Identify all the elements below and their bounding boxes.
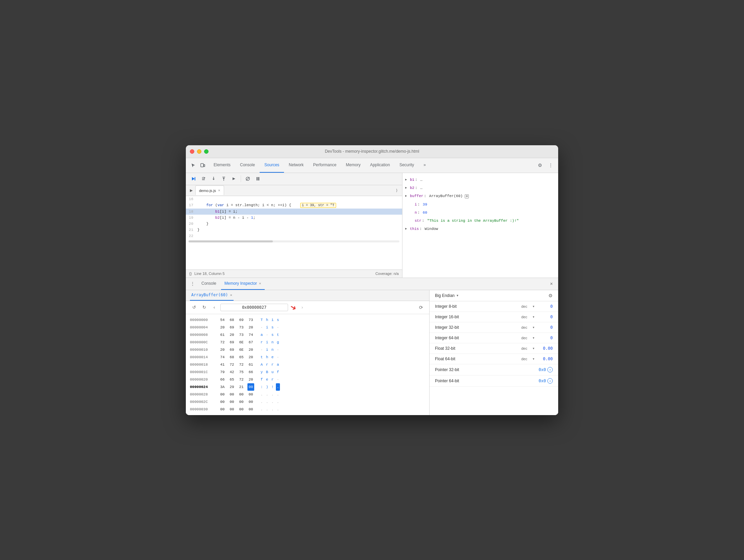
top-section: ▶ demo-js.js × ⟩ 16 xyxy=(186,173,558,278)
tab-console-bottom[interactable]: Console xyxy=(198,278,220,290)
scope-i[interactable]: i : 39 xyxy=(402,200,558,209)
array-buffer-label[interactable]: ArrayBuffer(60) × xyxy=(190,290,234,301)
hex-history-back-btn[interactable]: ↺ xyxy=(190,303,198,311)
inspector-ptr32: Pointer 32-bit 0x0 → xyxy=(430,364,558,375)
scope-buffer[interactable]: ▶ buffer : ArrayBuffer(60) ⊞ xyxy=(402,192,558,200)
tab-console[interactable]: Console xyxy=(235,158,260,173)
array-buffer-close-icon[interactable]: × xyxy=(230,293,232,297)
float32-format[interactable]: dec xyxy=(521,346,531,350)
bottom-section: ⋮ Console Memory Inspector × × xyxy=(186,278,558,415)
int8-label: Integer 8-bit xyxy=(435,304,521,309)
pause-exception-btn[interactable] xyxy=(253,174,263,184)
int8-dropdown-icon[interactable]: ▾ xyxy=(533,305,534,308)
int8-value: 0 xyxy=(536,304,553,309)
hex-prev-btn[interactable]: ‹ xyxy=(210,303,218,311)
ptr64-link-icon[interactable]: → xyxy=(547,378,553,384)
scope-b1[interactable]: ▶ b1 : … xyxy=(402,176,558,184)
inspector-settings-icon[interactable]: ⚙ xyxy=(548,293,553,298)
cursor-icon[interactable] xyxy=(189,160,198,170)
tab-memory-inspector[interactable]: Memory Inspector × xyxy=(221,278,264,290)
settings-icon[interactable]: ⚙ xyxy=(535,160,545,170)
float64-label: Float 64-bit xyxy=(435,357,521,361)
hex-history-forward-btn[interactable]: ↻ xyxy=(200,303,208,311)
hex-next-btn[interactable]: › xyxy=(298,303,306,311)
float32-label: Float 32-bit xyxy=(435,346,521,351)
scope-n[interactable]: n : 60 xyxy=(402,209,558,217)
editor-tab-demo-js[interactable]: demo-js.js × xyxy=(195,186,224,195)
step-into-btn[interactable] xyxy=(209,174,218,184)
int8-format[interactable]: dec xyxy=(521,304,531,308)
tab-performance[interactable]: Performance xyxy=(308,158,341,173)
editor-panel: ▶ demo-js.js × ⟩ 16 xyxy=(186,173,402,278)
window-title: DevTools - memory-inspector.glitch.me/de… xyxy=(325,149,419,154)
float32-value: 0.00 xyxy=(536,346,553,351)
endian-selector[interactable]: Big Endian ▾ xyxy=(435,293,460,298)
sidebar-toggle-icon[interactable]: ▶ xyxy=(187,186,195,194)
inspector-int8: Integer 8-bit dec ▾ 0 xyxy=(430,301,558,312)
int64-format[interactable]: dec xyxy=(521,336,531,340)
ptr64-value[interactable]: 0x0 → xyxy=(539,378,553,384)
hex-row-0: 00000000 54 68 69 73 T h xyxy=(186,316,429,324)
hex-panel: ArrayBuffer(60) × ↺ ↻ ‹ ➜ › ⟳ xyxy=(186,290,430,415)
scope-b2[interactable]: ▶ b2 : … xyxy=(402,184,558,192)
resume-btn[interactable] xyxy=(189,174,198,184)
int16-label: Integer 16-bit xyxy=(435,315,521,319)
code-editor[interactable]: 16 17 for (var i = str.length; i < n; ++… xyxy=(186,196,402,270)
int64-label: Integer 64-bit xyxy=(435,336,521,340)
devtools-tabs: Elements Console Sources Network Perform… xyxy=(207,158,535,173)
deactivate-breakpoints-btn[interactable] xyxy=(243,174,253,184)
inspector-float64: Float 64-bit dec ▾ 0.00 xyxy=(430,354,558,364)
hex-row-selected: 00000024 3A 29 21 00 : ) xyxy=(186,383,429,391)
int32-value: 0 xyxy=(536,325,553,330)
step-out-btn[interactable] xyxy=(219,174,228,184)
curly-braces-icon: {} xyxy=(189,272,192,276)
minimize-button[interactable] xyxy=(197,149,201,154)
editor-status-position: Line 18, Column 5 xyxy=(194,272,224,276)
float64-format[interactable]: dec xyxy=(521,357,531,361)
bottom-more-icon[interactable]: ⋮ xyxy=(189,280,197,288)
tab-memory[interactable]: Memory xyxy=(341,158,365,173)
ptr32-value[interactable]: 0x0 → xyxy=(539,367,553,372)
hex-address-input[interactable] xyxy=(220,304,288,311)
scope-str[interactable]: str : "This is a string in the ArrayBuff… xyxy=(402,217,558,225)
maximize-button[interactable] xyxy=(204,149,209,154)
float64-dropdown-icon[interactable]: ▾ xyxy=(533,357,534,361)
scope-this[interactable]: ▶ this : Window xyxy=(402,225,558,233)
inspector-int16: Integer 16-bit dec ▾ 0 xyxy=(430,312,558,322)
editor-tab-close-icon[interactable]: × xyxy=(218,189,220,192)
device-toggle-icon[interactable] xyxy=(198,160,207,170)
memory-inspector-close-icon[interactable]: × xyxy=(259,281,261,285)
editor-tab-nav-icon[interactable]: ⟩ xyxy=(393,186,401,194)
step-over-btn[interactable] xyxy=(199,174,208,184)
tab-network[interactable]: Network xyxy=(284,158,308,173)
hex-row-2: 00000008 61 20 73 74 a · xyxy=(186,331,429,339)
tab-more[interactable]: » xyxy=(419,158,431,173)
code-line-22: 22 xyxy=(186,233,402,239)
bottom-panel-close-icon[interactable]: × xyxy=(547,280,555,288)
step-btn[interactable] xyxy=(229,174,239,184)
svg-rect-16 xyxy=(258,177,259,180)
tab-application[interactable]: Application xyxy=(365,158,395,173)
tab-security[interactable]: Security xyxy=(395,158,419,173)
editor-tabs-bar: ▶ demo-js.js × ⟩ xyxy=(186,185,402,196)
hex-refresh-btn[interactable]: ⟳ xyxy=(417,303,425,311)
int32-format[interactable]: dec xyxy=(521,325,531,329)
svg-marker-2 xyxy=(192,177,195,180)
int16-dropdown-icon[interactable]: ▾ xyxy=(533,315,534,319)
int32-dropdown-icon[interactable]: ▾ xyxy=(533,326,534,329)
tab-elements[interactable]: Elements xyxy=(209,158,235,173)
ptr32-link-icon[interactable]: → xyxy=(547,367,553,372)
int16-format[interactable]: dec xyxy=(521,315,531,319)
close-button[interactable] xyxy=(190,149,194,154)
editor-tab-filename: demo-js.js xyxy=(199,189,216,193)
int64-dropdown-icon[interactable]: ▾ xyxy=(533,336,534,340)
bottom-tabs-bar: ⋮ Console Memory Inspector × × xyxy=(186,278,558,290)
more-options-icon[interactable]: ⋮ xyxy=(546,160,555,170)
float32-dropdown-icon[interactable]: ▾ xyxy=(533,347,534,350)
inspector-ptr64: Pointer 64-bit 0x0 → xyxy=(430,375,558,387)
array-buffer-tab: ArrayBuffer(60) × xyxy=(186,290,429,301)
inspector-toolbar: Big Endian ▾ ⚙ xyxy=(430,290,558,301)
tab-sources[interactable]: Sources xyxy=(260,158,284,173)
svg-marker-8 xyxy=(213,179,215,180)
toolbar-right: ⚙ ⋮ xyxy=(535,160,555,170)
